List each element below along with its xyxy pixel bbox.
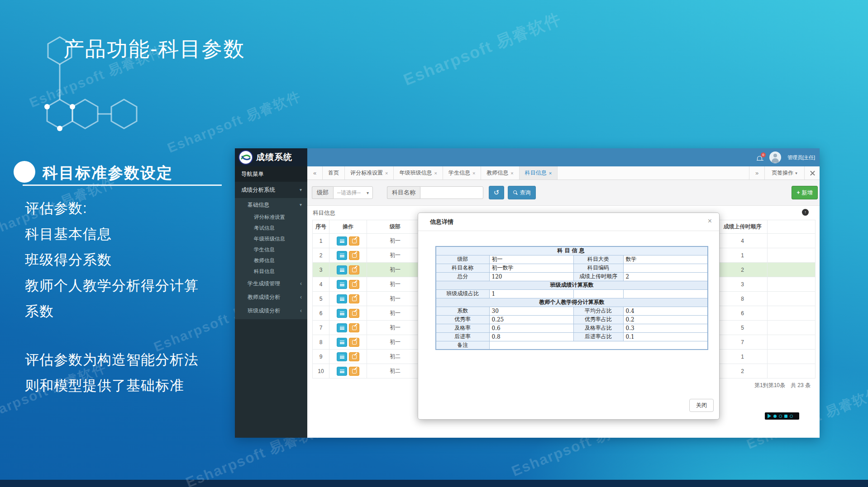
cell-extra: [768, 292, 816, 306]
view-button[interactable]: [337, 367, 347, 376]
close-icon[interactable]: ×: [549, 170, 552, 176]
sidebar-item-subject-info[interactable]: 科目信息: [235, 266, 307, 277]
view-button[interactable]: [337, 280, 347, 289]
edit-button[interactable]: [349, 265, 359, 274]
edit-button[interactable]: [349, 309, 359, 318]
tab-score-standard[interactable]: 评分标准设置 ×: [345, 166, 394, 180]
view-button[interactable]: [337, 352, 347, 361]
edit-button[interactable]: [349, 251, 359, 260]
avatar[interactable]: [769, 151, 781, 163]
tab-subject-info[interactable]: 科目信息 ×: [520, 166, 558, 180]
bell-icon[interactable]: 0: [757, 155, 763, 161]
tab-grade-class-info[interactable]: 年级班级信息 ×: [394, 166, 443, 180]
grade-select[interactable]: --请选择-- ▾: [333, 186, 373, 199]
subject-name-input[interactable]: [420, 186, 483, 199]
cell-extra: [768, 234, 816, 248]
tabs-scroll-right-icon[interactable]: »: [749, 166, 764, 180]
edit-button[interactable]: [349, 367, 359, 376]
field-label: 科目编码: [573, 264, 623, 272]
tab-controls: » 页签操作 ▾: [749, 166, 820, 180]
view-button[interactable]: [337, 265, 347, 274]
chevron-down-icon: ▾: [367, 190, 369, 195]
close-icon[interactable]: ×: [472, 170, 475, 176]
body-text: 系数: [25, 302, 54, 321]
edit-icon: [352, 253, 357, 258]
sidebar-item-score-standard[interactable]: 评分标准设置: [235, 212, 307, 222]
body-text: 教师个人教学分析得分计算: [25, 276, 199, 295]
sidebar-item-teacher-score-analysis[interactable]: 教师成绩分析 ‹: [235, 290, 307, 304]
add-button-label: 新增: [802, 189, 813, 197]
search-button[interactable]: 查询: [508, 186, 536, 199]
tab-home[interactable]: 首页: [323, 166, 345, 180]
sidebar-item-score-analysis-system[interactable]: 成绩分析系统 ▾: [235, 182, 307, 198]
fullscreen-icon[interactable]: [804, 166, 820, 180]
collapse-up-icon[interactable]: ↑: [802, 209, 809, 216]
sidebar-group-label: 基础信息: [248, 202, 269, 208]
cell-order: 3: [718, 277, 768, 292]
tabs-scroll-left-icon[interactable]: «: [307, 166, 323, 180]
section-header: 班级成绩计算系数: [436, 281, 708, 289]
tab-operations-menu[interactable]: 页签操作 ▾: [764, 166, 804, 180]
edit-icon: [352, 239, 357, 243]
cell-order: 6: [718, 306, 768, 321]
cell-actions: [329, 248, 367, 263]
refresh-button[interactable]: ↺: [489, 186, 504, 199]
modal-close-button[interactable]: 关闭: [689, 399, 714, 412]
field-value: 初一数学: [489, 264, 573, 272]
watermark: Esharpsoft 易睿软件: [400, 8, 564, 91]
body-text: 班级得分系数: [25, 251, 112, 270]
field-value: 0.25: [489, 315, 573, 324]
close-icon[interactable]: ×: [385, 170, 388, 176]
molecule-decoration: [14, 14, 158, 136]
detail-remark-row: 备注: [436, 341, 708, 350]
tab-label: 评分标准设置: [350, 169, 383, 177]
view-button[interactable]: [337, 338, 347, 347]
sidebar-item-teacher-info[interactable]: 教师信息: [235, 255, 307, 266]
edit-icon: [352, 311, 357, 316]
close-icon[interactable]: ×: [434, 170, 437, 176]
column-header-actions: 操作: [329, 220, 367, 234]
cell-extra: [768, 364, 816, 378]
subject-name-label: 科目名称: [387, 186, 420, 199]
column-header-no: 序号: [313, 220, 329, 234]
cell-no: 1: [313, 234, 329, 248]
close-icon[interactable]: ×: [708, 217, 712, 225]
chevron-left-icon: ‹: [300, 290, 302, 304]
tab-student-info[interactable]: 学生信息 ×: [443, 166, 481, 180]
app-logo-icon: [238, 150, 253, 165]
view-button[interactable]: [337, 294, 347, 303]
sidebar-item-basic-info[interactable]: 基础信息 ▾: [235, 198, 307, 212]
sidebar-item-student-info[interactable]: 学生信息: [235, 244, 307, 255]
field-label: 系数: [436, 307, 489, 315]
view-button[interactable]: [337, 236, 347, 246]
tab-teacher-info[interactable]: 教师信息 ×: [481, 166, 519, 180]
logo-dot-icon: [773, 415, 777, 418]
field-value: 0.1: [623, 332, 708, 341]
view-button[interactable]: [337, 251, 347, 260]
edit-icon: [352, 369, 357, 374]
edit-button[interactable]: [349, 294, 359, 303]
chevron-left-icon: ‹: [300, 304, 302, 317]
sidebar-item-exam-info[interactable]: 考试信息: [235, 222, 307, 233]
edit-button[interactable]: [349, 352, 359, 361]
close-icon[interactable]: ×: [510, 170, 513, 176]
view-button[interactable]: [337, 309, 347, 318]
field-label: 及格率占比: [573, 324, 623, 332]
sidebar-item-class-score-analysis[interactable]: 班级成绩分析 ‹: [235, 304, 307, 317]
cell-grade: 初一: [367, 292, 424, 306]
edit-button[interactable]: [349, 323, 359, 332]
list-icon: [340, 254, 344, 257]
edit-button[interactable]: [349, 280, 359, 289]
edit-button[interactable]: [349, 338, 359, 347]
add-button[interactable]: + 新增: [792, 186, 818, 199]
cell-order: 2: [718, 364, 768, 378]
field-value: 1: [489, 289, 573, 298]
edit-button[interactable]: [349, 236, 359, 246]
tab-label: 科目信息: [525, 169, 547, 177]
sidebar-item-student-score-mgmt[interactable]: 学生成绩管理 ‹: [235, 277, 307, 290]
field-label: 后进率占比: [573, 332, 623, 341]
sidebar-item-grade-class-info[interactable]: 年级班级信息: [235, 233, 307, 244]
view-button[interactable]: [337, 323, 347, 332]
column-header-grade: 级部: [367, 220, 424, 234]
cell-extra: [768, 263, 816, 277]
